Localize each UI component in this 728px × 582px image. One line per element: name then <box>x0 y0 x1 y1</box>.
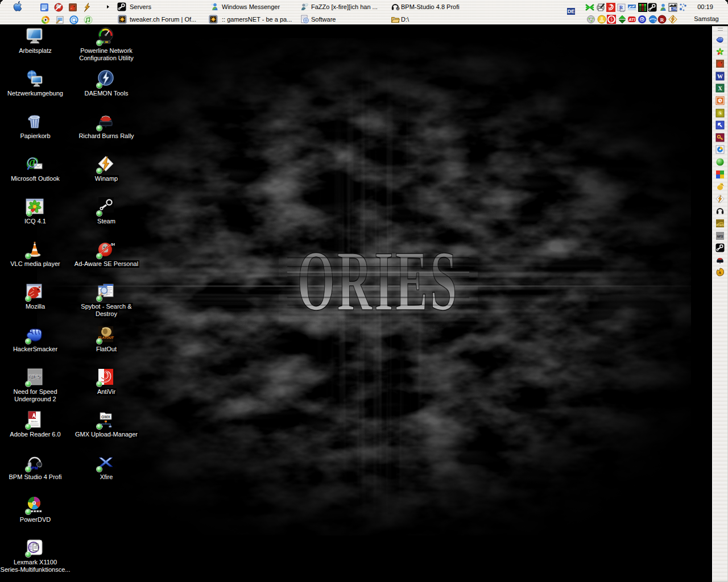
svg-text:VOBIS: VOBIS <box>716 224 724 227</box>
svg-text:LITE: LITE <box>671 7 677 11</box>
svg-text:NFS: NFS <box>29 373 41 380</box>
svg-text:se: se <box>111 242 115 247</box>
svg-text:GMX: GMX <box>101 415 110 419</box>
svg-text:Adobe: Adobe <box>31 420 38 423</box>
svg-text:R: R <box>660 17 664 23</box>
svg-text:NFS: NFS <box>717 235 723 238</box>
svg-text:W: W <box>717 73 723 80</box>
svg-text:X: X <box>718 85 722 92</box>
svg-text:D: D <box>640 17 644 22</box>
svg-text:ATI: ATI <box>628 17 635 22</box>
